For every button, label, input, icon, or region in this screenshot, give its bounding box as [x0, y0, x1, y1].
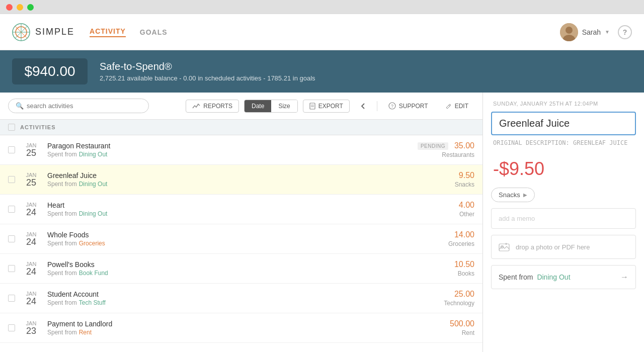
- table-row[interactable]: JAN 25 Greenleaf Juice Spent from Dining…: [0, 165, 482, 195]
- row-checkbox[interactable]: [8, 295, 15, 302]
- support-button[interactable]: ? SUPPORT: [382, 100, 434, 112]
- activity-amount: 14.00: [448, 230, 474, 239]
- original-desc-value: GREENLEAF JUICE: [573, 139, 627, 146]
- date-day: 25: [21, 148, 41, 157]
- photo-drop-label: drop a photo or PDF here: [516, 243, 590, 251]
- spent-from-link[interactable]: Book Fund: [79, 270, 108, 277]
- help-button[interactable]: ?: [618, 25, 632, 39]
- table-row[interactable]: JAN 24 Powell's Books Spent from Book Fu…: [0, 254, 482, 284]
- spent-from-link[interactable]: Rent: [79, 329, 92, 336]
- spent-from-box[interactable]: Spent from Dining Out →: [491, 265, 636, 289]
- spent-from-text: Spent from: [47, 270, 77, 277]
- user-area[interactable]: Sarah ▼: [560, 23, 610, 41]
- activity-sub: Spent from Book Fund: [47, 270, 448, 277]
- nav-activity[interactable]: ACTIVITY: [90, 27, 126, 37]
- edit-label: EDIT: [455, 103, 468, 110]
- activity-name: Heart: [47, 201, 453, 209]
- activity-right: 10.50 Books: [454, 260, 474, 277]
- activity-right: 500.00 Rent: [450, 319, 474, 336]
- search-input[interactable]: [27, 102, 127, 110]
- table-row[interactable]: JAN 25 Paragon Restaurant Spent from Din…: [0, 135, 482, 165]
- activity-name: Paragon Restaurant: [47, 142, 412, 150]
- activity-amount: 10.50: [454, 260, 474, 269]
- activity-amount: 4.00: [459, 201, 474, 210]
- activity-category: Other: [459, 211, 474, 218]
- activity-info: Payment to Landlord Spent from Rent: [47, 320, 444, 336]
- safe-to-spend-subtitle: 2,725.21 available balance - 0.00 in sch…: [100, 74, 315, 82]
- row-checkbox[interactable]: [8, 176, 15, 183]
- spent-from-text: Spent from: [47, 181, 77, 188]
- activity-right: 25.00 Technology: [444, 290, 474, 307]
- spent-from-link[interactable]: Groceries: [79, 240, 105, 247]
- activity-amount: 500.00: [450, 319, 474, 328]
- activity-info: Student Account Spent from Tech Stuff: [47, 290, 438, 306]
- spent-from-link[interactable]: Dining Out: [79, 151, 108, 158]
- detail-category-section: Snacks ▶: [491, 188, 636, 202]
- activity-amount: 35.00: [454, 141, 474, 150]
- spent-from-text: Spent from: [47, 240, 77, 247]
- export-label: EXPORT: [318, 103, 343, 110]
- size-button[interactable]: Size: [271, 100, 297, 112]
- nav-goals[interactable]: GOALS: [140, 28, 168, 36]
- spent-from-link[interactable]: Dining Out: [79, 210, 108, 217]
- spent-from-text: Spent from: [47, 299, 77, 306]
- back-button[interactable]: [355, 102, 372, 111]
- date-day: 25: [21, 178, 41, 187]
- row-checkbox[interactable]: [8, 265, 15, 272]
- spent-from-text: Spent from: [47, 151, 77, 158]
- activity-info: Paragon Restaurant Spent from Dining Out: [47, 142, 412, 158]
- date-block: JAN 25: [21, 142, 41, 157]
- reports-button[interactable]: REPORTS: [186, 100, 239, 113]
- photo-drop-area[interactable]: drop a photo or PDF here: [491, 235, 636, 259]
- export-button[interactable]: EXPORT: [303, 100, 350, 113]
- spent-from-text: Spent from: [47, 329, 77, 336]
- activity-right: 14.00 Groceries: [448, 230, 474, 247]
- category-tag[interactable]: Snacks ▶: [491, 188, 535, 202]
- row-checkbox[interactable]: [8, 324, 15, 331]
- activity-right: 9.50 Snacks: [455, 171, 474, 188]
- activity-sub: Spent from Tech Stuff: [47, 299, 438, 306]
- activity-sub: Spent from Dining Out: [47, 151, 412, 158]
- activity-name: Whole Foods: [47, 231, 442, 239]
- row-checkbox[interactable]: [8, 146, 15, 153]
- activity-category: Snacks: [455, 181, 474, 188]
- date-block: JAN 23: [21, 320, 41, 335]
- table-row[interactable]: JAN 24 Student Account Spent from Tech S…: [0, 284, 482, 313]
- activities-header-label: ACTIVITIES: [20, 124, 56, 130]
- user-dropdown-icon: ▼: [605, 29, 610, 35]
- table-row[interactable]: JAN 23 Payment to Landlord Spent from Re…: [0, 313, 482, 343]
- detail-title: Greenleaf Juice: [499, 118, 628, 129]
- table-row[interactable]: JAN 24 Whole Foods Spent from Groceries …: [0, 224, 482, 254]
- table-row[interactable]: JAN 24 Heart Spent from Dining Out 4.00 …: [0, 195, 482, 224]
- activity-amount: 25.00: [444, 290, 474, 299]
- date-block: JAN 24: [21, 231, 41, 246]
- select-all-checkbox[interactable]: [8, 124, 15, 131]
- minimize-button[interactable]: [17, 4, 23, 11]
- export-icon: [309, 103, 315, 110]
- category-label: Snacks: [499, 191, 520, 199]
- activity-right: PENDING 35.00 Restaurants: [418, 141, 474, 158]
- safe-to-spend-amount: $940.00: [12, 58, 88, 84]
- support-label: SUPPORT: [399, 103, 428, 110]
- search-box[interactable]: 🔍: [8, 99, 149, 113]
- row-checkbox[interactable]: [8, 206, 15, 213]
- spent-from-link[interactable]: Dining Out: [79, 181, 108, 188]
- activity-right: 4.00 Other: [459, 201, 474, 218]
- nav-links: ACTIVITY GOALS: [90, 27, 168, 37]
- close-button[interactable]: [6, 4, 13, 11]
- spent-from-link[interactable]: Dining Out: [537, 273, 570, 281]
- activity-info: Heart Spent from Dining Out: [47, 201, 453, 217]
- spent-from-link[interactable]: Tech Stuff: [79, 299, 106, 306]
- maximize-button[interactable]: [27, 4, 34, 11]
- content-area: 🔍 REPORTS Date Size: [0, 93, 644, 352]
- spent-from-arrow-icon: →: [620, 273, 628, 282]
- pending-badge: PENDING: [418, 142, 448, 150]
- date-block: JAN 25: [21, 172, 41, 187]
- memo-field[interactable]: add a memo: [491, 208, 636, 229]
- edit-button[interactable]: EDIT: [439, 100, 474, 112]
- detail-title-box[interactable]: Greenleaf Juice: [491, 112, 636, 135]
- search-icon: 🔍: [16, 102, 24, 110]
- activity-name: Payment to Landlord: [47, 320, 444, 328]
- date-button[interactable]: Date: [245, 100, 271, 112]
- row-checkbox[interactable]: [8, 235, 15, 242]
